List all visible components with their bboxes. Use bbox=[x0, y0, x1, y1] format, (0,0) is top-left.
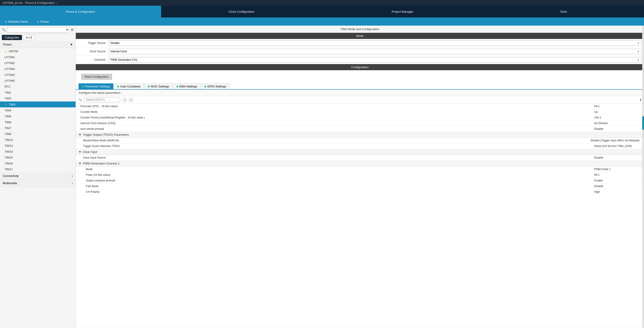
param-row: Counter Period (AutoReload Register - 16… bbox=[76, 115, 644, 121]
sidebar-item-tim13[interactable]: TIM13 bbox=[0, 143, 76, 149]
sidebar-item-tim15[interactable]: TIM15 bbox=[0, 155, 76, 161]
category-connectivity[interactable]: Connectivity › bbox=[0, 172, 76, 180]
info-icon[interactable]: ℹ bbox=[640, 98, 641, 102]
title-bar: AD7606_jm.ioc - Pinout & Configuration › bbox=[0, 0, 644, 6]
tab-dma-settings[interactable]: DMA Settings bbox=[173, 83, 201, 89]
search-icon: 🔍 bbox=[2, 28, 6, 32]
tab-gpio-settings[interactable]: GPIO Settings bbox=[201, 83, 230, 89]
chevron-down-pwm: ▼ bbox=[78, 162, 82, 165]
clear-input-group: ▼ Clear Input Clear Input Source Disable bbox=[76, 149, 644, 161]
config-section: Reset Configuration Parameter Settings U… bbox=[76, 70, 644, 328]
params-table: Prescaler (PSC - 16 bits value) 64-1 Cou… bbox=[76, 104, 644, 328]
subnav-software-packs[interactable]: ∨ Software Packs bbox=[4, 20, 28, 23]
tab-nvic-settings[interactable]: NVIC Settings bbox=[144, 83, 173, 89]
reset-config-button[interactable]: Reset Configuration bbox=[81, 74, 112, 80]
params-search-bar: 🔍 ◁ ▷ ℹ bbox=[76, 96, 644, 104]
main-layout: 🔍 ⚙ Categories A->Z Timers ▼ bbox=[0, 26, 644, 328]
search-next-button[interactable]: ▷ bbox=[129, 97, 134, 102]
sidebar-item-tim1[interactable]: TIM1 bbox=[0, 90, 76, 96]
form-row-channel1: Channel1 PWM Generation CH1 bbox=[76, 56, 644, 64]
tab-dot-nvic bbox=[148, 86, 150, 87]
clear-input-group-header[interactable]: ▼ Clear Input bbox=[76, 149, 644, 155]
param-row: Master/Slave Mode (MSM bit) Disable (Tri… bbox=[76, 138, 644, 143]
sidebar-item-lptim1[interactable]: LPTIM1 bbox=[0, 54, 76, 60]
search-prev-button[interactable]: ◁ bbox=[122, 97, 127, 102]
config-section-header: Configuration bbox=[76, 64, 644, 70]
right-scrollbar[interactable] bbox=[642, 26, 644, 328]
content-area: TIM3 Mode and Configuration Mode Trigger… bbox=[76, 26, 644, 328]
content-title: TIM3 Mode and Configuration bbox=[76, 26, 644, 33]
param-row: Prescaler (PSC - 16 bits value) 64-1 bbox=[76, 104, 644, 109]
config-tabs: Parameter Settings User Constants NVIC S… bbox=[76, 83, 644, 90]
pwm-ch1-group-header[interactable]: ▼ PWM Generation Channel 1 bbox=[76, 161, 644, 166]
sidebar-item-tim3[interactable]: ⚠ TIM3 bbox=[0, 102, 76, 108]
form-row-clock-source: Clock Source Internal Clock bbox=[76, 47, 644, 56]
sidebar-item-tim4[interactable]: TIM4 bbox=[0, 108, 76, 114]
sidebar-search-area: 🔍 ⚙ bbox=[0, 26, 76, 34]
sidebar-item-tim12[interactable]: TIM12 bbox=[0, 137, 76, 143]
sub-nav: ∨ Software Packs ∨ Pinout bbox=[0, 18, 644, 26]
scrollbar-thumb[interactable] bbox=[642, 116, 644, 130]
sidebar-item-lptim3[interactable]: LPTIM3 bbox=[0, 66, 76, 72]
tab-tools[interactable]: Tools bbox=[483, 6, 644, 18]
tab-project[interactable]: Project Manager bbox=[322, 6, 483, 18]
clock-source-wrapper: Internal Clock bbox=[108, 49, 641, 54]
sidebar-item-lptim4[interactable]: LPTIM4 bbox=[0, 72, 76, 78]
clock-source-select[interactable]: Internal Clock bbox=[108, 49, 641, 54]
search-icon-params: 🔍 bbox=[78, 98, 82, 102]
gear-icon[interactable]: ⚙ bbox=[70, 28, 74, 32]
trigger-source-wrapper: Disable bbox=[108, 40, 641, 46]
warning-icon: ⚠ bbox=[4, 49, 8, 53]
param-row: auto-reload preload Disable bbox=[76, 126, 644, 132]
sidebar-tab-az[interactable]: A->Z bbox=[23, 35, 35, 40]
category-timers[interactable]: Timers ▼ bbox=[0, 41, 76, 48]
params-search-input[interactable] bbox=[84, 97, 120, 102]
sidebar-item-tim5[interactable]: TIM5 bbox=[0, 114, 76, 119]
tab-dot-dma bbox=[176, 86, 178, 87]
sidebar: 🔍 ⚙ Categories A->Z Timers ▼ bbox=[0, 26, 76, 328]
sidebar-item-tim8[interactable]: TIM8 bbox=[0, 131, 76, 137]
sidebar-item-rtc[interactable]: RTC bbox=[0, 84, 76, 90]
category-multimedia[interactable]: Multimedia › bbox=[0, 180, 76, 187]
sidebar-search-dropdown[interactable] bbox=[7, 27, 69, 32]
sidebar-item-hrtim[interactable]: ⚠ HRTIM bbox=[0, 48, 76, 54]
title-arrow: › bbox=[56, 1, 58, 5]
tab-dot-params bbox=[82, 86, 84, 87]
sidebar-item-tim14[interactable]: TIM14 bbox=[0, 149, 76, 155]
param-row: Counter Mode Up bbox=[76, 109, 644, 115]
param-row: Internal Clock Division (CKD) No Divisio… bbox=[76, 121, 644, 126]
chevron-right-icon-multimedia: › bbox=[72, 181, 73, 185]
sidebar-item-tim7[interactable]: TIM7 bbox=[0, 125, 76, 131]
param-row: Fast Mode Disable bbox=[76, 183, 644, 189]
label-channel1: Channel1 bbox=[78, 58, 106, 61]
subnav-pinout[interactable]: ∨ Pinout bbox=[37, 20, 49, 23]
tab-pinout[interactable]: Pinout & Configuration bbox=[0, 6, 161, 18]
sidebar-item-tim16[interactable]: TIM16 bbox=[0, 161, 76, 166]
sidebar-item-tim17[interactable]: TIM17 bbox=[0, 166, 76, 172]
title-text: AD7606_jm.ioc - Pinout & Configuration bbox=[3, 1, 55, 5]
warning-icon-tim3: ⚠ bbox=[4, 103, 8, 106]
mode-section-header: Mode bbox=[76, 33, 644, 39]
top-nav: Pinout & Configuration Clock Configurati… bbox=[0, 6, 644, 18]
chevron-down-trgo: ▼ bbox=[78, 133, 82, 136]
tab-parameter-settings[interactable]: Parameter Settings bbox=[78, 83, 113, 89]
tab-dot-gpio bbox=[204, 86, 206, 87]
trgo-group: ▼ Trigger Output (TRGO) Parameters Maste… bbox=[76, 132, 644, 149]
label-trigger-source: Trigger Source bbox=[78, 42, 106, 45]
trigger-source-select[interactable]: Disable bbox=[108, 40, 641, 46]
tab-user-constants[interactable]: User Constants bbox=[114, 83, 144, 89]
param-row: Clear Input Source Disable bbox=[76, 155, 644, 161]
param-row: CH Polarity High bbox=[76, 189, 644, 195]
sidebar-tab-categories[interactable]: Categories bbox=[2, 35, 22, 40]
sidebar-item-lptim2[interactable]: LPTIM2 bbox=[0, 60, 76, 66]
tab-clock[interactable]: Clock Configuration bbox=[161, 6, 322, 18]
trgo-group-header[interactable]: ▼ Trigger Output (TRGO) Parameters bbox=[76, 132, 644, 138]
sidebar-content: Timers ▼ ⚠ HRTIM LPTIM1 LPTIM2 LPTIM3 bbox=[0, 41, 76, 328]
sidebar-item-lptim5[interactable]: LPTIM5 bbox=[0, 78, 76, 84]
sidebar-item-tim2[interactable]: TIM2 bbox=[0, 96, 76, 102]
sidebar-item-tim6[interactable]: TIM6 bbox=[0, 119, 76, 125]
pwm-ch1-group: ▼ PWM Generation Channel 1 Mode PWM mode… bbox=[76, 161, 644, 195]
channel1-select[interactable]: PWM Generation CH1 bbox=[108, 57, 641, 63]
param-row: Pulse (16 bits value) 99-1 bbox=[76, 172, 644, 178]
label-clock-source: Clock Source bbox=[78, 50, 106, 53]
